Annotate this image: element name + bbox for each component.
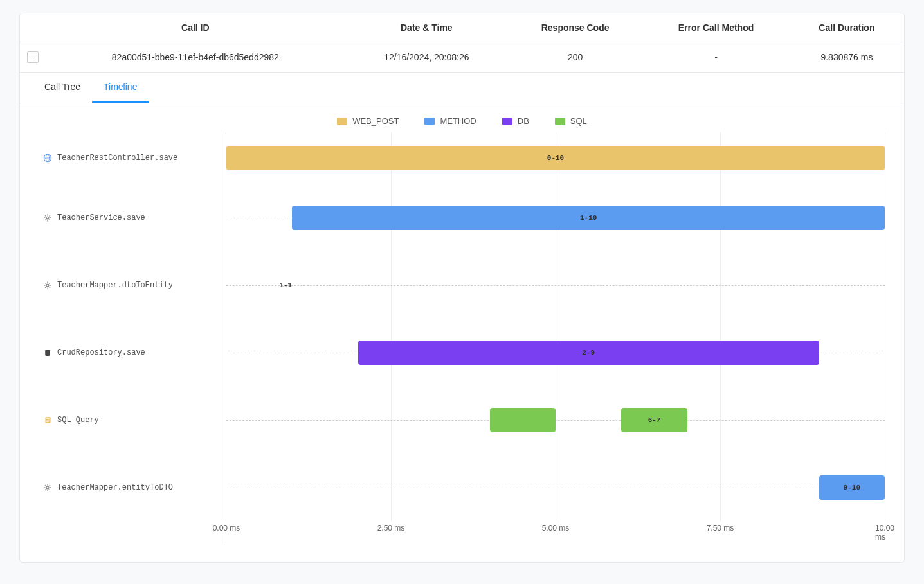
dash-line <box>226 285 885 286</box>
row-name: CrudRepository.save <box>57 348 145 357</box>
timeline-bar[interactable] <box>490 408 556 432</box>
row-name: SQL Query <box>57 416 99 425</box>
legend-sql-label: SQL <box>570 116 587 126</box>
cell-call-id: 82a00d51-bbe9-11ef-b4ef-db6d5edd2982 <box>46 42 345 73</box>
cell-duration: 9.830876 ms <box>790 42 904 73</box>
svg-point-12 <box>46 284 49 287</box>
swatch-webpost-icon <box>337 118 347 125</box>
collapse-toggle[interactable]: − <box>27 51 39 63</box>
gear-icon <box>43 213 52 222</box>
timeline-row: TeacherService.save1-10 <box>39 184 885 251</box>
gridline <box>885 319 885 386</box>
axis-track: 0.00 ms2.50 ms5.00 ms7.50 ms10.00 ms <box>226 524 885 543</box>
timeline-row-track: 1-10 <box>226 184 885 251</box>
timeline-row-track: 6-7 <box>226 386 885 454</box>
legend-sql[interactable]: SQL <box>555 116 587 126</box>
svg-line-20 <box>49 283 50 283</box>
timeline-row-track: 1-1 <box>226 251 885 319</box>
detail-card: Call ID Date & Time Response Code Error … <box>19 13 905 563</box>
legend-method[interactable]: METHOD <box>424 116 476 126</box>
row-name: TeacherRestController.save <box>57 154 177 163</box>
legend-webpost-label: WEB_POST <box>352 116 399 126</box>
cell-datetime: 12/16/2024, 20:08:26 <box>345 42 508 73</box>
svg-line-34 <box>49 485 50 486</box>
swatch-db-icon <box>502 118 512 125</box>
legend-method-label: METHOD <box>440 116 476 126</box>
legend-webpost[interactable]: WEB_POST <box>337 116 399 126</box>
col-datetime[interactable]: Date & Time <box>345 13 508 42</box>
row-name: TeacherService.save <box>57 213 145 222</box>
timeline-row: TeacherRestController.save0-10 <box>39 132 885 184</box>
col-response-code[interactable]: Response Code <box>508 13 642 42</box>
gridline <box>885 251 885 319</box>
svg-line-31 <box>45 485 46 486</box>
svg-line-8 <box>45 215 46 216</box>
timeline-row-label: TeacherRestController.save <box>39 154 226 163</box>
gridline <box>885 132 885 184</box>
timeline-row: CrudRepository.save2-9 <box>39 319 885 386</box>
db-icon <box>43 348 52 357</box>
legend-db[interactable]: DB <box>502 116 529 126</box>
dash-line <box>226 420 885 421</box>
gridline <box>885 386 885 454</box>
tab-call-tree[interactable]: Call Tree <box>33 73 92 103</box>
timeline-row: TeacherMapper.entityToDTO9-10 <box>39 454 885 521</box>
axis-tick: 2.50 ms <box>377 524 405 533</box>
svg-line-18 <box>49 287 50 287</box>
timeline-panel: WEB_POST METHOD DB SQL TeacherRestContro… <box>20 103 904 562</box>
timeline-chart: TeacherRestController.save0-10TeacherSer… <box>39 132 885 521</box>
call-table: Call ID Date & Time Response Code Error … <box>20 13 904 73</box>
gridline <box>885 454 885 521</box>
svg-line-33 <box>45 489 46 490</box>
timeline-bar[interactable]: 0-10 <box>226 146 885 170</box>
x-axis: 0.00 ms2.50 ms5.00 ms7.50 ms10.00 ms <box>39 524 885 543</box>
legend: WEB_POST METHOD DB SQL <box>39 116 885 126</box>
cell-error-method: - <box>642 42 790 73</box>
svg-line-10 <box>45 219 46 220</box>
svg-point-26 <box>46 486 49 489</box>
col-duration[interactable]: Call Duration <box>790 13 904 42</box>
col-error-method[interactable]: Error Call Method <box>642 13 790 42</box>
bar-label: 1-1 <box>279 281 292 289</box>
axis-tick: 10.00 ms <box>875 524 894 542</box>
svg-line-11 <box>49 215 50 216</box>
timeline-row-label: TeacherService.save <box>39 213 226 222</box>
timeline-row-label: SQL Query <box>39 416 226 425</box>
tab-timeline[interactable]: Timeline <box>92 73 149 103</box>
timeline-row: TeacherMapper.dtoToEntity1-1 <box>39 251 885 319</box>
timeline-bar[interactable]: 6-7 <box>621 408 687 432</box>
gear-icon <box>43 281 52 290</box>
col-call-id[interactable]: Call ID <box>46 13 345 42</box>
axis-tick: 5.00 ms <box>542 524 570 533</box>
axis-tick: 0.00 ms <box>213 524 240 533</box>
table-row: − 82a00d51-bbe9-11ef-b4ef-db6d5edd2982 1… <box>20 42 904 73</box>
gridline <box>885 184 885 251</box>
svg-line-17 <box>45 283 46 283</box>
svg-line-32 <box>49 489 50 490</box>
dash-line <box>226 488 885 488</box>
tabs: Call Tree Timeline <box>20 73 904 103</box>
timeline-row-label: TeacherMapper.dtoToEntity <box>39 281 226 290</box>
timeline-row-label: TeacherMapper.entityToDTO <box>39 483 226 492</box>
timeline-bar[interactable]: 9-10 <box>819 475 885 500</box>
timeline-bar[interactable]: 2-9 <box>358 341 819 365</box>
timeline-row-track: 0-10 <box>226 132 885 184</box>
timeline-row-label: CrudRepository.save <box>39 348 226 357</box>
swatch-sql-icon <box>555 118 565 125</box>
sql-icon <box>43 416 52 425</box>
gear-icon <box>43 483 52 492</box>
svg-point-3 <box>46 217 49 219</box>
cell-response-code: 200 <box>508 42 642 73</box>
row-name: TeacherMapper.entityToDTO <box>57 483 173 492</box>
timeline-row-track: 2-9 <box>226 319 885 386</box>
svg-line-19 <box>45 287 46 287</box>
timeline-bar[interactable]: 1-10 <box>292 206 885 230</box>
expand-col-header <box>20 13 46 42</box>
globe-icon <box>43 154 52 163</box>
timeline-row: SQL Query6-7 <box>39 386 885 454</box>
row-name: TeacherMapper.dtoToEntity <box>57 281 173 290</box>
swatch-method-icon <box>424 118 435 125</box>
table-header-row: Call ID Date & Time Response Code Error … <box>20 13 904 42</box>
svg-line-9 <box>49 219 50 220</box>
timeline-row-track: 9-10 <box>226 454 885 521</box>
